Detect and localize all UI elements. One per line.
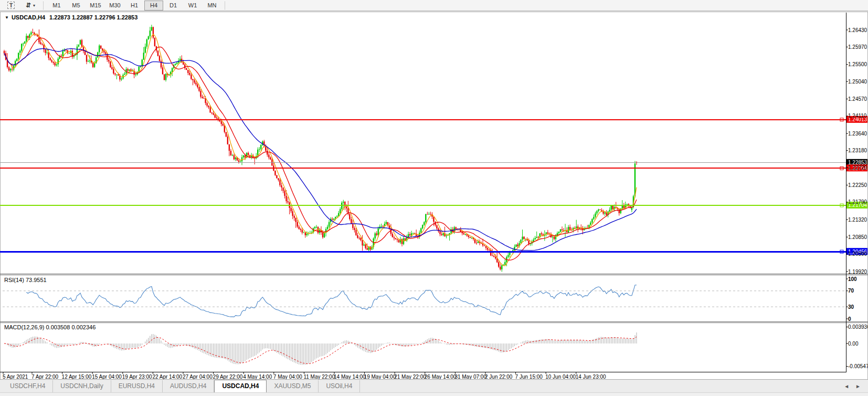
tabs-scroll-left-icon[interactable]: ◄: [844, 383, 849, 389]
collapse-chart-icon[interactable]: ▼: [5, 15, 9, 20]
tab-usdcad-h4[interactable]: USDCAD,H4: [214, 380, 267, 393]
svg-text:70: 70: [848, 288, 854, 294]
text-tool-button[interactable]: T: [2, 1, 20, 11]
cursor-mode-button[interactable]: ⇵ ▾: [21, 1, 40, 11]
timeframe-m30-button[interactable]: M30: [105, 1, 124, 11]
timeframe-mn-button[interactable]: MN: [203, 1, 221, 11]
svg-text:1.23640: 1.23640: [848, 131, 867, 137]
timeframe-m5-button[interactable]: M5: [67, 1, 86, 11]
timeframe-w1-button[interactable]: W1: [183, 1, 202, 11]
toolbar: T ⇵ ▾ M1 M5 M15 M30 H1 H4 D1 W1 MN: [0, 0, 868, 11]
svg-text:1.24110: 1.24110: [848, 113, 867, 119]
tab-usdcnh-daily[interactable]: USDCNH,Daily: [53, 380, 111, 392]
svg-text:1.23180: 1.23180: [848, 148, 867, 153]
svg-text:1.21320: 1.21320: [848, 217, 867, 223]
timeframe-h1-button[interactable]: H1: [125, 1, 144, 11]
svg-text:1.19920: 1.19920: [848, 269, 867, 275]
svg-text:-0.00547: -0.00547: [848, 363, 868, 369]
svg-text:1.21790: 1.21790: [848, 199, 867, 205]
svg-text:1.25040: 1.25040: [848, 79, 867, 85]
tab-xauusd-m5[interactable]: XAUUSD,M5: [267, 380, 319, 392]
ohlc-values: 1.22873 1.22887 1.22796 1.22853: [49, 14, 137, 20]
svg-text:1.25970: 1.25970: [848, 44, 867, 50]
tab-audusd-h4[interactable]: AUDUSD,H4: [163, 380, 214, 392]
svg-text:1.24570: 1.24570: [848, 96, 867, 102]
toolbar-separator: [225, 2, 226, 9]
timeframe-m15-button[interactable]: M15: [86, 1, 105, 11]
svg-text:1.20850: 1.20850: [848, 234, 867, 240]
svg-text:30: 30: [848, 304, 854, 310]
timeframe-d1-button[interactable]: D1: [164, 1, 183, 11]
svg-text:1.22720: 1.22720: [848, 165, 867, 171]
tab-usdchf-h4[interactable]: USDCHF,H4: [3, 380, 53, 392]
timeframe-h4-button[interactable]: H4: [144, 1, 163, 11]
svg-text:1.25500: 1.25500: [848, 61, 867, 67]
text-tool-icon: T: [7, 2, 15, 9]
svg-text:0: 0: [848, 316, 851, 322]
rsi-label: RSI(14) 73.9551: [4, 277, 47, 283]
svg-text:1.26430: 1.26430: [848, 27, 867, 33]
arrows-icon: ⇵: [26, 2, 31, 9]
macd-label: MACD(12,26,9) 0.003508 0.002346: [4, 324, 96, 330]
svg-text:1.20390: 1.20390: [848, 251, 867, 257]
svg-text:0.00: 0.00: [848, 341, 859, 347]
dropdown-caret-icon: ▾: [33, 3, 35, 8]
tabs-scroll-right-icon[interactable]: ►: [855, 383, 861, 389]
status-bar: [0, 392, 868, 396]
tab-usoil-h4[interactable]: USOil,H4: [319, 380, 360, 392]
toolbar-separator: [43, 2, 44, 9]
tab-eurusd-h4[interactable]: EURUSD,H4: [111, 380, 163, 392]
chart-title: ▼USDCAD,H41.22873 1.22887 1.22796 1.2285…: [5, 14, 137, 20]
timeframe-m1-button[interactable]: M1: [47, 1, 66, 11]
chart-canvas[interactable]: 1.228531.240131.227041.217041.204561.264…: [0, 0, 868, 396]
svg-text:0.003936: 0.003936: [848, 324, 868, 330]
svg-text:100: 100: [848, 276, 857, 282]
symbol-period-label: USDCAD,H4: [12, 14, 45, 20]
svg-text:1.22250: 1.22250: [848, 182, 867, 188]
chart-tab-bar: USDCHF,H4 USDCNH,Daily EURUSD,H4 AUDUSD,…: [0, 379, 868, 392]
